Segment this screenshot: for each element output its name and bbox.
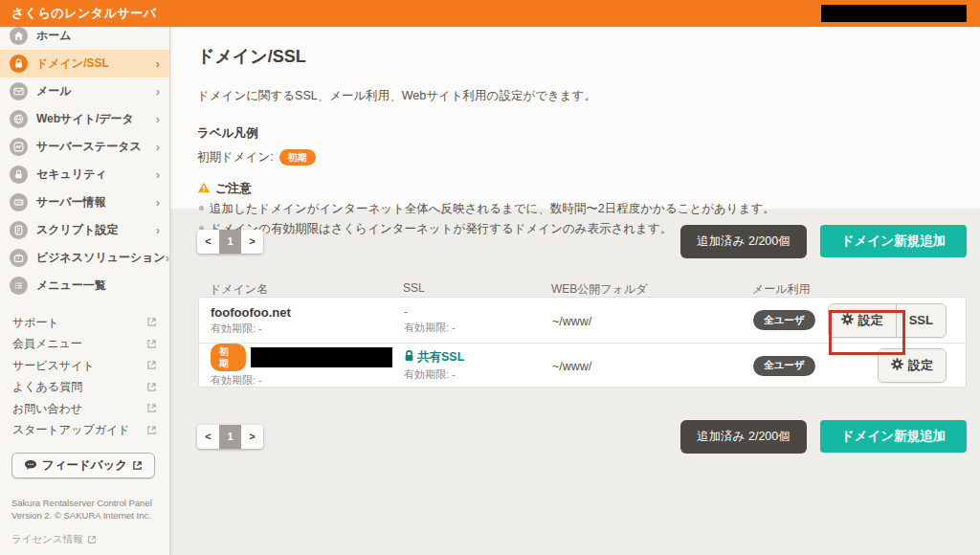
speech-bubble-icon xyxy=(24,457,37,475)
link-faq[interactable]: よくある質問 xyxy=(0,377,169,399)
settings-button[interactable]: 設定 xyxy=(829,304,896,337)
pagination-top: < 1 > xyxy=(197,230,263,254)
chevron-right-icon: › xyxy=(156,196,160,209)
server-icon xyxy=(10,193,28,211)
sidebar-item-label: メール xyxy=(36,83,72,100)
sidebar-item-home[interactable]: ホーム xyxy=(0,27,169,50)
sidebar-item-label: メニュー一覧 xyxy=(36,278,106,294)
chevron-right-icon: › xyxy=(156,113,160,125)
notice-header: ご注意 xyxy=(197,180,953,197)
domain-expiry: 有効期限: - xyxy=(211,373,392,388)
toolbar-bottom: < 1 > 追加済み 2/200個 ドメイン新規追加 xyxy=(197,420,967,453)
home-icon xyxy=(10,27,28,45)
page-next-button[interactable]: > xyxy=(241,230,263,254)
domain-name-redacted: 初期 xyxy=(211,344,392,371)
sidebar-item-label: ビジネスソリューション xyxy=(36,250,166,266)
column-header-web-folder: WEB公開フォルダ xyxy=(540,281,741,298)
chevron-right-icon: › xyxy=(156,141,160,153)
redacted-account-info xyxy=(821,5,967,22)
ssl-button[interactable]: SSL xyxy=(896,304,946,337)
warning-icon xyxy=(197,180,211,197)
table-row: 初期 有効期限: - 共有SSL 有効期限: - ~/www/ 全ユーザ xyxy=(199,343,966,388)
sidebar-item-website-data[interactable]: Webサイト/データ › xyxy=(0,105,169,133)
script-icon xyxy=(10,221,28,239)
sidebar-item-server-status[interactable]: サーバーステータス › xyxy=(0,133,169,161)
sidebar-item-domain-ssl[interactable]: ドメイン/SSL › xyxy=(0,50,169,78)
sidebar-item-script-settings[interactable]: スクリプト設定 › xyxy=(0,216,169,244)
mail-icon xyxy=(10,82,28,100)
add-domain-button[interactable]: ドメイン新規追加 xyxy=(820,420,967,453)
page-prev-button[interactable]: < xyxy=(197,425,219,449)
domain-table: foofoofoo.net 有効期限: - - 有効期限: - ~/www/ 全… xyxy=(198,297,967,388)
sidebar-item-menu-list[interactable]: メニュー一覧 xyxy=(0,272,169,300)
chevron-right-icon: › xyxy=(156,57,160,70)
link-contact[interactable]: お問い合わせ xyxy=(0,398,169,420)
external-link-icon xyxy=(146,379,157,396)
external-link-icon xyxy=(146,357,157,374)
external-link-icon xyxy=(146,336,157,353)
page-title: ドメイン/SSL xyxy=(197,45,953,68)
redacted-domain-name xyxy=(251,347,392,367)
ssl-cell: 共有SSL 有効期限: - xyxy=(392,349,541,382)
link-startup-guide[interactable]: スタートアップガイド xyxy=(0,420,169,442)
sidebar-item-server-info[interactable]: サーバー情報 › xyxy=(0,189,169,216)
added-count-button[interactable]: 追加済み 2/200個 xyxy=(680,420,807,454)
gear-icon xyxy=(891,358,903,373)
toolbar-top: < 1 > 追加済み 2/200個 ドメイン新規追加 xyxy=(197,225,967,257)
chevron-right-icon: › xyxy=(166,252,169,264)
status-chart-icon xyxy=(10,138,28,156)
sidebar-item-label: Webサイト/データ xyxy=(36,111,134,127)
column-header-domain: ドメイン名 xyxy=(198,281,391,298)
domain-ssl-icon xyxy=(10,55,28,73)
page-prev-button[interactable]: < xyxy=(197,230,219,254)
link-service-site[interactable]: サービスサイト xyxy=(0,355,169,377)
domain-cell: 初期 有効期限: - xyxy=(199,344,392,388)
row-action-group: 設定 SSL xyxy=(828,303,947,338)
bullet-icon xyxy=(199,206,204,211)
add-domain-button[interactable]: ドメイン新規追加 xyxy=(820,225,967,257)
mail-users-badge: 全ユーザ xyxy=(753,356,815,376)
feedback-button[interactable]: フィードバック xyxy=(11,453,155,478)
chevron-right-icon: › xyxy=(156,224,160,236)
table-row: foofoofoo.net 有効期限: - - 有効期限: - ~/www/ 全… xyxy=(199,298,966,343)
link-label: お問い合わせ xyxy=(12,401,82,417)
page-intro-section: ドメイン/SSL ドメインに関するSSL、メール利用、Webサイト利用の設定がで… xyxy=(170,27,980,209)
added-count-button[interactable]: 追加済み 2/200個 xyxy=(680,225,807,258)
domain-cell: foofoofoo.net 有効期限: - xyxy=(199,305,392,336)
web-folder-path: ~/www/ xyxy=(552,360,591,373)
table-header-row: ドメイン名 SSL WEB公開フォルダ メール利用 xyxy=(198,281,967,298)
globe-icon xyxy=(10,110,28,128)
license-label: ライセンス情報 xyxy=(11,533,83,546)
domain-expiry: 有効期限: - xyxy=(211,322,392,336)
main-content: ドメイン/SSL ドメインに関するSSL、メール利用、Webサイト利用の設定がで… xyxy=(170,27,980,555)
sidebar-item-mail[interactable]: メール › xyxy=(0,78,169,105)
link-label: スタートアップガイド xyxy=(12,422,130,438)
domain-name: foofoofoo.net xyxy=(211,305,392,320)
link-member-menu[interactable]: 会員メニュー xyxy=(0,334,169,356)
page-number[interactable]: 1 xyxy=(219,425,241,449)
row-actions: 設定 SSL xyxy=(828,303,947,338)
sidebar-item-business-solution[interactable]: ビジネスソリューション › xyxy=(0,244,169,272)
settings-label: 設定 xyxy=(858,312,883,329)
page-number[interactable]: 1 xyxy=(219,230,241,254)
link-support[interactable]: サポート xyxy=(0,312,169,334)
web-folder-cell: ~/www/ xyxy=(541,357,742,374)
settings-button[interactable]: 設定 xyxy=(879,349,946,382)
web-folder-cell: ~/www/ xyxy=(541,312,742,329)
ssl-label: 共有SSL xyxy=(417,349,464,366)
notice-item: 追加したドメインがインターネット全体へ反映されるまでに、数時間〜2日程度かかるこ… xyxy=(197,200,953,217)
column-header-ssl: SSL xyxy=(391,281,540,298)
sidebar-item-security[interactable]: セキュリティ › xyxy=(0,161,169,189)
gear-icon xyxy=(841,313,854,328)
mail-users-badge: 全ユーザ xyxy=(753,310,815,330)
feedback-label: フィードバック xyxy=(42,457,127,474)
ssl-expiry: 有効期限: - xyxy=(404,367,541,382)
sidebar-item-label: ホーム xyxy=(36,28,72,44)
external-link-icon xyxy=(87,531,97,548)
license-link[interactable]: ライセンス情報 xyxy=(0,522,169,548)
legend-row: 初期ドメイン: 初期 xyxy=(197,149,953,166)
shared-ssl-value: 共有SSL xyxy=(404,349,541,366)
page-next-button[interactable]: > xyxy=(241,425,263,449)
external-link-icon xyxy=(132,457,143,475)
external-link-icon xyxy=(146,400,157,417)
